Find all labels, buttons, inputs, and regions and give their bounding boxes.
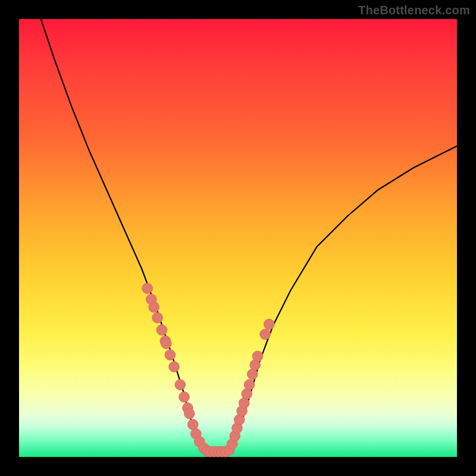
plot-area	[19, 19, 457, 457]
data-point	[252, 351, 263, 362]
data-point	[184, 408, 195, 419]
data-point	[175, 380, 186, 390]
chart-frame: TheBottleneck.com	[0, 0, 476, 476]
watermark-text: TheBottleneck.com	[358, 4, 470, 17]
data-point	[248, 369, 258, 380]
data-point	[165, 350, 176, 361]
data-point	[179, 392, 190, 402]
data-point	[242, 389, 252, 399]
bottleneck-curve	[19, 19, 457, 457]
data-point	[260, 329, 271, 340]
data-point	[142, 283, 153, 294]
data-point	[152, 312, 163, 323]
data-point	[169, 362, 180, 372]
data-point	[244, 380, 255, 390]
data-point	[264, 319, 275, 330]
data-point	[187, 419, 198, 430]
data-point	[149, 302, 159, 313]
data-point	[239, 398, 250, 409]
data-point	[161, 339, 172, 349]
data-point	[156, 325, 167, 336]
